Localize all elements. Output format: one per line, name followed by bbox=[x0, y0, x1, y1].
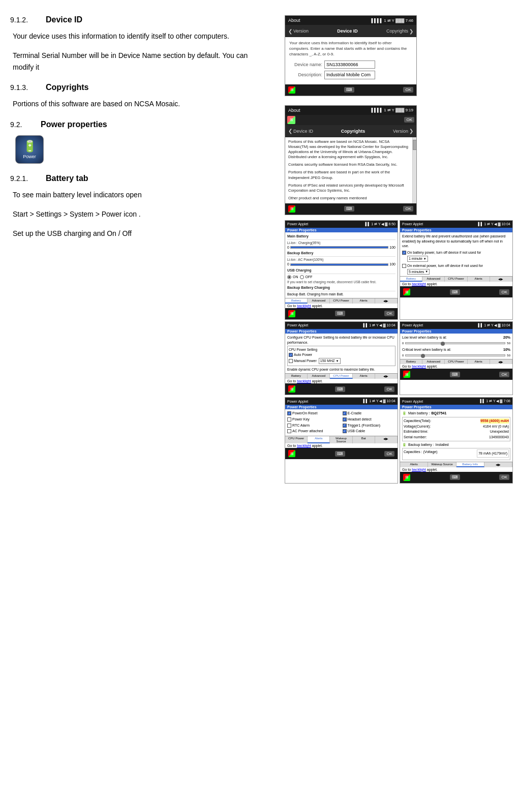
pa3-mhz-select[interactable]: 150 MHZ ▼ bbox=[319, 358, 341, 364]
pa2-tab-advanced[interactable]: Advanced bbox=[422, 277, 445, 282]
pa3-cb-auto[interactable]: ✓ bbox=[289, 353, 293, 357]
pa2-win-logo[interactable]: ⊞ bbox=[403, 288, 410, 295]
bt2-tab-wakeup[interactable]: Wakeup Source bbox=[428, 462, 456, 467]
pa3-tab-cpu[interactable]: CPU Power bbox=[330, 374, 352, 379]
bt2-bl-link[interactable]: backlight bbox=[412, 468, 426, 471]
pa4-tab-battery[interactable]: Battery bbox=[400, 359, 422, 364]
copy-ok-btn[interactable]: OK bbox=[403, 206, 413, 212]
copy-scrollbar-thumb[interactable] bbox=[413, 140, 416, 150]
pa2-status: ▌▌ 1 ⇌ Y ◀ ▓ 10:04 bbox=[478, 222, 510, 226]
bt2-kb-icon[interactable]: ⌨ bbox=[450, 474, 460, 480]
pa1-backlight-applet: applet. bbox=[312, 304, 323, 308]
pa2-cb-external[interactable] bbox=[402, 264, 406, 268]
copy-scrollbar[interactable] bbox=[412, 137, 416, 203]
pa4-tab-advanced[interactable]: Advanced bbox=[422, 359, 445, 364]
nav-version-copy[interactable]: Version ❯ bbox=[393, 128, 413, 134]
pa2-tab-alerts[interactable]: Alerts bbox=[468, 277, 490, 282]
pa3-tab-battery[interactable]: Battery bbox=[285, 374, 308, 379]
nav-version[interactable]: ❮ Version bbox=[288, 28, 309, 34]
pa2-battery-label: On battery power, turn off device if not… bbox=[407, 250, 481, 255]
windows-logo[interactable]: ⊞ bbox=[288, 86, 295, 94]
pa4-critical-thumb[interactable] bbox=[421, 354, 425, 358]
pa3-win-logo[interactable]: ⊞ bbox=[288, 385, 295, 393]
pa1-win-logo[interactable]: ⊞ bbox=[288, 310, 295, 317]
pa4-tab-alerts[interactable]: Alerts bbox=[468, 359, 490, 364]
bt1-cb-powerkey-box[interactable] bbox=[287, 417, 291, 422]
bt2-tab-alerts[interactable]: Alerts bbox=[400, 462, 428, 467]
pa2-cb-battery[interactable]: ✓ bbox=[402, 251, 406, 255]
pa2-on-battery: ✓ On battery power, turn off device if n… bbox=[402, 250, 510, 255]
bt1-cb-rtc-box[interactable] bbox=[287, 424, 291, 428]
bt1-cb-trigger-box[interactable]: ✓ bbox=[343, 424, 347, 428]
pa4-tab-cpu[interactable]: CPU Power bbox=[445, 359, 467, 364]
bt1-cb-acpower-box[interactable] bbox=[287, 429, 291, 433]
pa4-critical-slider[interactable] bbox=[405, 354, 505, 356]
pa2-tab-nav[interactable]: ◀▶ bbox=[490, 277, 512, 282]
copy-win-logo[interactable]: ⊞ bbox=[288, 205, 295, 213]
pa1-radio-off[interactable] bbox=[300, 275, 304, 279]
bt1-win-logo[interactable]: ⊞ bbox=[288, 450, 295, 457]
copy-top-bar: ⊞ OK bbox=[285, 115, 416, 125]
bt2-ok-btn[interactable]: OK bbox=[499, 474, 509, 480]
keyboard-icon[interactable]: ⌨ bbox=[344, 87, 354, 93]
pa2-bl-link[interactable]: backlight bbox=[412, 282, 426, 286]
pa1-tab-battery[interactable]: Battery bbox=[285, 298, 308, 304]
pa2-tab-battery[interactable]: Battery bbox=[400, 277, 422, 282]
pa4-win-logo[interactable]: ⊞ bbox=[403, 371, 410, 378]
device-name-input[interactable]: SN1333800066 bbox=[324, 61, 375, 69]
bt2-tab-batinfo[interactable]: Battery Info bbox=[456, 462, 484, 467]
bt1-cb-ecradle-box[interactable]: ✓ bbox=[343, 411, 347, 415]
copy-kb-icon[interactable]: ⌨ bbox=[344, 206, 354, 212]
pa4-low-thumb[interactable] bbox=[441, 342, 445, 346]
bt1-ok-btn[interactable]: OK bbox=[384, 451, 394, 457]
pa1-kb-icon[interactable]: ⌨ bbox=[335, 311, 345, 316]
bt1-tab-nav[interactable]: ◀▶ bbox=[375, 436, 398, 443]
pa4-bl-link[interactable]: backlight bbox=[412, 365, 426, 368]
pa4-ok-btn[interactable]: OK bbox=[499, 372, 509, 377]
pa1-tab-cpu[interactable]: CPU Power bbox=[330, 298, 352, 304]
pa4-low-slider[interactable] bbox=[405, 342, 505, 344]
pa1-tab-alerts[interactable]: Alerts bbox=[353, 298, 375, 304]
bt1-tab-alerts[interactable]: Alerts bbox=[308, 436, 330, 443]
pa1-radio-on[interactable] bbox=[287, 275, 291, 279]
bt1-tab-cpu[interactable]: CPU Power bbox=[285, 436, 308, 443]
pa1-tab-advanced[interactable]: Advanced bbox=[308, 298, 330, 304]
bt1-cb-headset-box[interactable]: ✓ bbox=[343, 417, 347, 422]
section-92: 9.2. Power properties 🔋 Power bbox=[10, 120, 269, 164]
device-desc-input[interactable]: Industrial Mobile Com bbox=[324, 71, 375, 79]
pa3-cb-manual[interactable] bbox=[289, 359, 293, 363]
bt2-tab-nav[interactable]: ◀▶ bbox=[484, 462, 512, 467]
nav-copy-center[interactable]: Copyrights bbox=[341, 129, 365, 134]
ok-button[interactable]: OK bbox=[403, 87, 413, 93]
bt1-cb-poweron-box[interactable]: ✓ bbox=[287, 411, 291, 415]
pa1-backlight-link[interactable]: backlight bbox=[297, 304, 311, 308]
pa3-ok-btn[interactable]: OK bbox=[384, 386, 394, 392]
pa2-tab-cpu[interactable]: CPU Power bbox=[445, 277, 467, 282]
pa2-ok-btn[interactable]: OK bbox=[499, 289, 509, 295]
bt1-tab-bat[interactable]: Bat bbox=[353, 436, 375, 443]
pa3-bl-link[interactable]: backlight bbox=[297, 379, 311, 383]
bt1-cb-usb-box[interactable]: ✓ bbox=[343, 429, 347, 433]
bt1-kb-icon[interactable]: ⌨ bbox=[335, 451, 345, 457]
pa1-tab-nav[interactable]: ◀▶ bbox=[375, 298, 398, 304]
bt1-bl-link[interactable]: backlight bbox=[297, 444, 311, 447]
pa2-kb-icon[interactable]: ⌨ bbox=[450, 289, 460, 295]
pa4-kb-icon[interactable]: ⌨ bbox=[450, 372, 460, 377]
pa3-tab-nav[interactable]: ◀▶ bbox=[375, 374, 398, 379]
pa3-kb-icon[interactable]: ⌨ bbox=[335, 386, 345, 392]
pa1-ok-btn[interactable]: OK bbox=[384, 311, 394, 316]
bt2-win-logo[interactable]: ⊞ bbox=[403, 474, 410, 481]
nav-copyrights[interactable]: Copyrights ❯ bbox=[386, 28, 413, 34]
bt-screen-1: Power Applet ▌▌ 1 ⇌ Y ◀ ▓ 10:04 Power Pr… bbox=[285, 397, 398, 484]
bt1-tab-wakeup[interactable]: Wakeup Source bbox=[330, 436, 352, 443]
nav-deviceid[interactable]: Device ID bbox=[337, 28, 358, 34]
copy-ok-top[interactable]: OK bbox=[404, 117, 414, 123]
pa4-tab-nav[interactable]: ◀▶ bbox=[490, 359, 512, 364]
pa2-external-select[interactable]: 5 minutes ▼ bbox=[407, 269, 430, 275]
pa3-tab-alerts[interactable]: Alerts bbox=[353, 374, 375, 379]
device-desc-label: Description: bbox=[289, 72, 322, 78]
pa3-tab-advanced[interactable]: Advanced bbox=[308, 374, 330, 379]
nav-deviceid-copy[interactable]: ❮ Device ID bbox=[288, 128, 313, 134]
copy-win-logo-top[interactable]: ⊞ bbox=[287, 116, 295, 124]
pa2-battery-select[interactable]: 1 minute ▼ bbox=[407, 256, 428, 262]
